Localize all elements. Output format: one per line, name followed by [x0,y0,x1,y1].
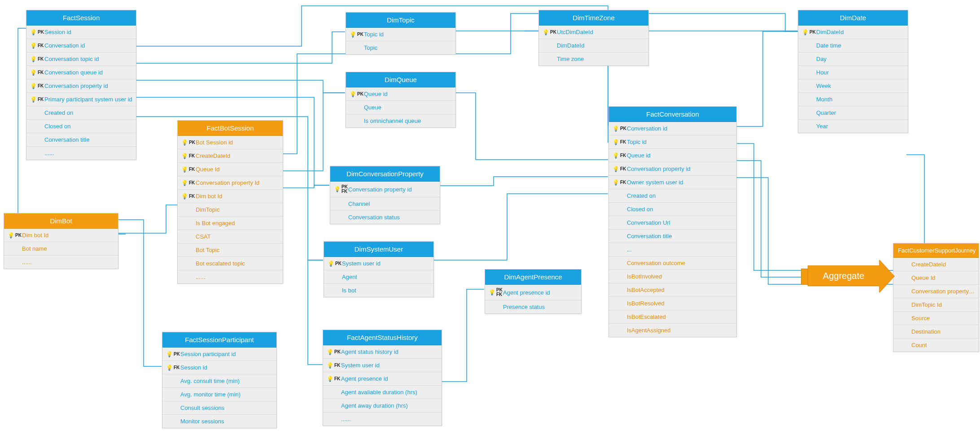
lightbulb-icon: 💡 [30,70,37,75]
entity-row: 💡FKConversation queue id [26,66,136,79]
field-label: Agent status history id [341,348,438,355]
entity-dim-system-user[interactable]: DimSystemUser 💡PKSystem user idAgentIs b… [324,241,434,297]
entity-title: DimTopic [346,13,455,28]
key-indicator: 💡PK [328,261,342,266]
field-label: Conversation property Id [196,179,279,186]
field-label: DimDateId [557,42,645,49]
entity-row: 💡PKQueue id [346,87,455,101]
entity-fact-agent-status-history[interactable]: FactAgentStatusHistory 💡PKAgent status h… [323,330,442,426]
entity-row: Year [798,120,908,133]
entity-row: Channel [330,197,440,211]
field-label: ... [627,246,733,253]
field-label: IsBotAccepted [627,287,733,293]
entity-fact-session-participant[interactable]: FactSessionParticipant 💡PKSession partic… [162,332,277,428]
field-label: System user id [341,362,438,369]
key-indicator: 💡FK [181,181,196,185]
entity-row: ...... [26,147,136,160]
entity-body: 💡PKUtcDimDateIdDimDateIdTime zone [539,26,648,65]
entity-row: IsBotResolved [609,297,736,310]
field-label: Count [911,342,975,348]
entity-row: Created on [26,106,136,120]
field-label: Queue Id [196,166,279,173]
entity-row: Day [798,52,908,66]
field-label: Agent presence id [341,375,438,382]
key-indicator: 💡FK [327,363,341,368]
entity-fact-bot-session[interactable]: FactBotSession 💡PKBot Session id💡FKCreat… [177,120,283,284]
entity-dim-agent-presence[interactable]: DimAgentPresence 💡PKFKAgent presence idP… [485,269,582,314]
entity-dim-date[interactable]: DimDate 💡PKDimDateIdDate timeDayHourWeek… [798,10,908,133]
entity-row: Is omnichannel queue [346,114,455,127]
entity-body: 💡PKBot Session id💡FKCreateDateId💡FKQueue… [178,136,283,283]
entity-row: 💡PKFKAgent presence id [485,285,581,300]
entity-row: DimDateId [539,39,648,52]
entity-row: IsAgentAssigned [609,324,736,337]
entity-row: 💡FKTopic id [609,135,736,149]
entity-row: 💡FKSystem user id [323,359,442,372]
key-indicator: 💡PK [350,32,364,37]
lightbulb-icon: 💡 [30,43,37,48]
field-label: Month [816,96,904,103]
key-indicator: 💡PK [166,352,180,357]
entity-row: 💡PKSystem user id [324,257,433,270]
field-label: Queue [364,104,452,111]
field-label: Queue Id [911,274,975,281]
field-label: Week [816,83,904,89]
field-label: Conversation id [44,42,132,49]
entity-body: CreateDateIdQueue IdConversation propert… [893,258,979,352]
lightbulb-icon: 💡 [181,167,188,172]
field-label: ...... [22,259,114,265]
field-label: Conversation property id [348,186,436,193]
field-label: Owner system user id [627,179,733,186]
entity-dim-time-zone[interactable]: DimTimeZone 💡PKUtcDimDateIdDimDateIdTime… [538,10,649,66]
entity-row: Conversation outcome [609,257,736,270]
entity-title: FactSessionParticipant [162,332,276,348]
entity-dim-queue[interactable]: DimQueue 💡PKQueue idQueueIs omnichannel … [346,72,456,128]
entity-row: ...... [178,270,283,283]
entity-row: Conversation property Id [893,285,979,298]
entity-fact-session[interactable]: FactSession 💡PKSession id💡FKConversation… [26,10,136,160]
lightbulb-icon: 💡 [166,352,173,357]
key-indicator: 💡PK [327,350,341,354]
key-indicator: 💡FK [30,84,44,88]
lightbulb-icon: 💡 [612,167,619,171]
field-label: Session id [180,364,273,371]
entity-row: IsBotInvolved [609,270,736,283]
aggregate-arrow: Aggregate [794,260,893,291]
entity-row: Time zone [539,52,648,65]
entity-dim-conversation-property[interactable]: DimConversationProperty 💡PKFKConversatio… [330,166,440,224]
lightbulb-icon: 💡 [612,140,619,144]
entity-row: 💡PKConversation id [609,122,736,135]
field-label: IsBotInvolved [627,273,733,280]
entity-body: 💡PKTopic idTopic [346,28,455,54]
field-label: DimTopic [196,206,279,213]
entity-row: IsBotAccepted [609,283,736,297]
entity-row: Conversation status [330,211,440,224]
field-label: IsAgentAssigned [627,327,733,334]
entity-row: Is bot [324,284,433,297]
entity-row: 💡FKSession id [162,361,276,374]
entity-row: Month [798,93,908,106]
entity-fact-conversation[interactable]: FactConversation 💡PKConversation id💡FKTo… [608,106,737,337]
entity-row: 💡PKFKConversation property id [330,182,440,197]
lightbulb-icon: 💡 [30,84,37,88]
entity-row: Week [798,79,908,93]
aggregate-label: Aggregate [808,265,879,286]
lightbulb-icon: 💡 [612,180,619,185]
field-label: Dim bot Id [196,193,279,200]
entity-row: Monitor sessions [162,415,276,428]
lightbulb-icon: 💡 [350,92,356,96]
entity-title: DimSystemUser [324,242,433,257]
entity-row: Agent [324,270,433,284]
entity-row: IsBotEscalated [609,310,736,324]
entity-row: Count [893,339,979,352]
entity-dim-bot[interactable]: DimBot 💡PKDim bot IdBot name...... [4,213,118,269]
field-label: ...... [196,274,279,280]
entity-dim-topic[interactable]: DimTopic 💡PKTopic idTopic [346,12,456,55]
key-indicator: 💡FK [612,180,627,185]
entity-row: 💡PKDimDateId [798,26,908,39]
key-indicator: 💡FK [181,167,196,172]
field-label: Date time [816,42,904,49]
field-label: Agent [342,274,430,280]
entity-fact-customer-support-journey[interactable]: FactCustomerSupportJourney CreateDateIdQ… [893,243,979,352]
lightbulb-icon: 💡 [181,140,188,145]
